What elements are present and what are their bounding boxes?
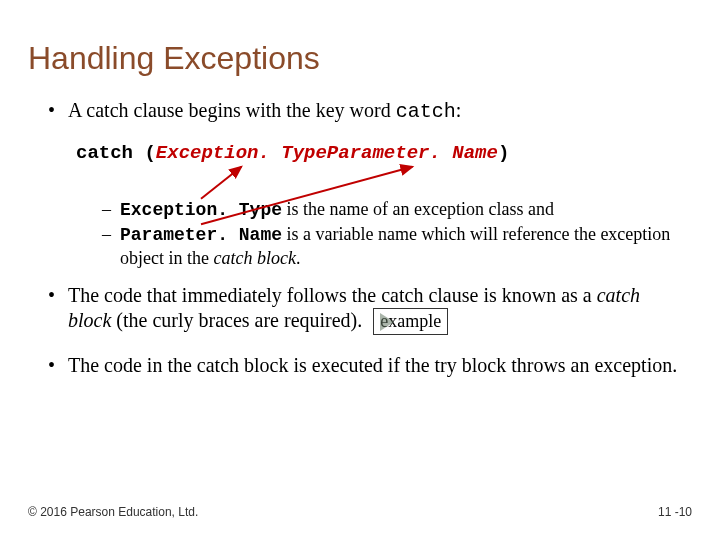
slide-title: Handling Exceptions [28,38,320,78]
code-parameter-name: Parameter. Name [120,225,282,245]
text: : [456,99,462,121]
sub-exception-type: Exception. Type is the name of an except… [102,198,680,222]
syntax-exception-type: Exception. Type [156,142,327,166]
sub-parameter-name: Parameter. Name is a variable name which… [102,223,680,269]
syntax-close: ) [498,142,509,166]
footer-page-number: 11 -10 [658,505,692,520]
text: A catch clause begins with the key word [68,99,396,121]
bullet-executed-if-throws: The code in the catch block is executed … [48,353,680,378]
syntax-parameter-name: Parameter. Name [327,142,498,166]
footer-copyright: © 2016 Pearson Education, Ltd. [28,505,198,520]
keyword-catch: catch [396,100,456,123]
text: . [296,248,301,268]
italic-catch-block: catch block [213,248,295,268]
text: (the curly braces are required). [111,309,362,331]
bullet-catch-clause: A catch clause begins with the key word … [48,98,680,124]
text: The code in the catch block is executed … [68,354,677,376]
text: The code that immediately follows the ca… [68,284,597,306]
code-exception-type: Exception. Type [120,200,282,220]
text: is the name of an exception class and [282,199,554,219]
sublist: Exception. Type is the name of an except… [102,198,680,270]
catch-syntax: catch (Exception. Type Parameter. Name) [76,142,680,166]
slide-body: A catch clause begins with the key word … [48,98,680,396]
bullet-catch-block: The code that immediately follows the ca… [48,283,680,335]
syntax-keyword: catch ( [76,142,156,166]
example-button[interactable]: example [373,308,448,335]
slide: Handling Exceptions A catch clause begin… [0,0,720,540]
example-label: example [380,311,441,331]
